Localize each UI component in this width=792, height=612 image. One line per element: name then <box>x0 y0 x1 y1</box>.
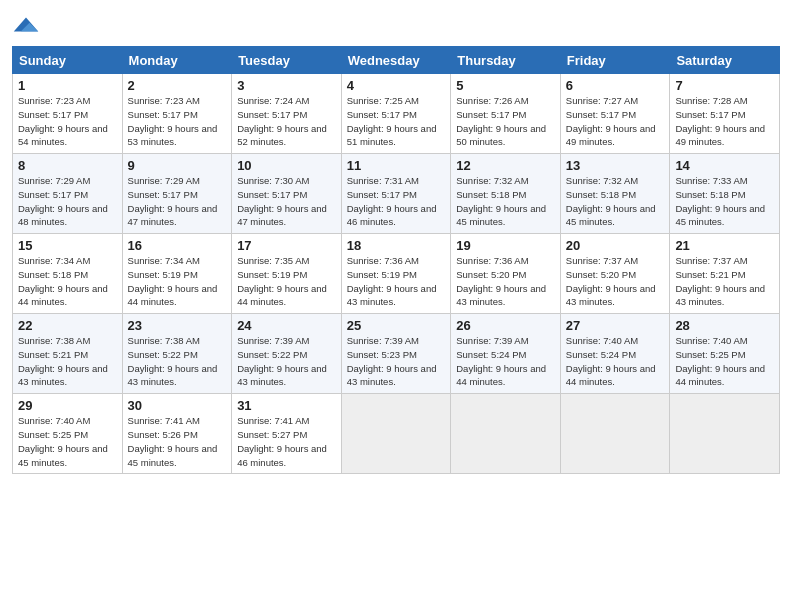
day-number: 30 <box>128 398 227 413</box>
calendar-weekday-sunday: Sunday <box>13 47 123 74</box>
day-info: Sunrise: 7:39 AMSunset: 5:24 PMDaylight:… <box>456 334 555 389</box>
table-row: 8Sunrise: 7:29 AMSunset: 5:17 PMDaylight… <box>13 154 123 234</box>
day-info: Sunrise: 7:28 AMSunset: 5:17 PMDaylight:… <box>675 94 774 149</box>
day-number: 23 <box>128 318 227 333</box>
day-number: 8 <box>18 158 117 173</box>
table-row: 19Sunrise: 7:36 AMSunset: 5:20 PMDayligh… <box>451 234 561 314</box>
calendar-weekday-saturday: Saturday <box>670 47 780 74</box>
day-number: 17 <box>237 238 336 253</box>
day-number: 20 <box>566 238 665 253</box>
day-info: Sunrise: 7:39 AMSunset: 5:23 PMDaylight:… <box>347 334 446 389</box>
table-row <box>451 394 561 474</box>
table-row: 21Sunrise: 7:37 AMSunset: 5:21 PMDayligh… <box>670 234 780 314</box>
table-row <box>670 394 780 474</box>
day-info: Sunrise: 7:32 AMSunset: 5:18 PMDaylight:… <box>566 174 665 229</box>
day-number: 7 <box>675 78 774 93</box>
day-info: Sunrise: 7:30 AMSunset: 5:17 PMDaylight:… <box>237 174 336 229</box>
day-number: 24 <box>237 318 336 333</box>
calendar-weekday-tuesday: Tuesday <box>232 47 342 74</box>
logo-icon <box>12 14 40 42</box>
calendar-week-row: 15Sunrise: 7:34 AMSunset: 5:18 PMDayligh… <box>13 234 780 314</box>
table-row: 7Sunrise: 7:28 AMSunset: 5:17 PMDaylight… <box>670 74 780 154</box>
logo <box>12 14 44 42</box>
day-number: 4 <box>347 78 446 93</box>
day-number: 9 <box>128 158 227 173</box>
day-info: Sunrise: 7:26 AMSunset: 5:17 PMDaylight:… <box>456 94 555 149</box>
day-info: Sunrise: 7:37 AMSunset: 5:20 PMDaylight:… <box>566 254 665 309</box>
calendar-weekday-thursday: Thursday <box>451 47 561 74</box>
day-number: 22 <box>18 318 117 333</box>
table-row: 17Sunrise: 7:35 AMSunset: 5:19 PMDayligh… <box>232 234 342 314</box>
day-info: Sunrise: 7:40 AMSunset: 5:25 PMDaylight:… <box>675 334 774 389</box>
day-number: 19 <box>456 238 555 253</box>
calendar-week-row: 1Sunrise: 7:23 AMSunset: 5:17 PMDaylight… <box>13 74 780 154</box>
day-number: 26 <box>456 318 555 333</box>
table-row <box>341 394 451 474</box>
day-number: 14 <box>675 158 774 173</box>
calendar-weekday-wednesday: Wednesday <box>341 47 451 74</box>
table-row: 10Sunrise: 7:30 AMSunset: 5:17 PMDayligh… <box>232 154 342 234</box>
day-info: Sunrise: 7:36 AMSunset: 5:20 PMDaylight:… <box>456 254 555 309</box>
day-number: 16 <box>128 238 227 253</box>
day-info: Sunrise: 7:37 AMSunset: 5:21 PMDaylight:… <box>675 254 774 309</box>
calendar-week-row: 22Sunrise: 7:38 AMSunset: 5:21 PMDayligh… <box>13 314 780 394</box>
day-info: Sunrise: 7:29 AMSunset: 5:17 PMDaylight:… <box>18 174 117 229</box>
table-row: 3Sunrise: 7:24 AMSunset: 5:17 PMDaylight… <box>232 74 342 154</box>
day-number: 6 <box>566 78 665 93</box>
day-number: 18 <box>347 238 446 253</box>
day-number: 10 <box>237 158 336 173</box>
day-info: Sunrise: 7:27 AMSunset: 5:17 PMDaylight:… <box>566 94 665 149</box>
table-row: 18Sunrise: 7:36 AMSunset: 5:19 PMDayligh… <box>341 234 451 314</box>
table-row: 31Sunrise: 7:41 AMSunset: 5:27 PMDayligh… <box>232 394 342 474</box>
calendar-weekday-friday: Friday <box>560 47 670 74</box>
table-row: 30Sunrise: 7:41 AMSunset: 5:26 PMDayligh… <box>122 394 232 474</box>
day-number: 3 <box>237 78 336 93</box>
table-row: 14Sunrise: 7:33 AMSunset: 5:18 PMDayligh… <box>670 154 780 234</box>
table-row: 9Sunrise: 7:29 AMSunset: 5:17 PMDaylight… <box>122 154 232 234</box>
day-number: 1 <box>18 78 117 93</box>
table-row: 15Sunrise: 7:34 AMSunset: 5:18 PMDayligh… <box>13 234 123 314</box>
day-number: 25 <box>347 318 446 333</box>
day-number: 2 <box>128 78 227 93</box>
table-row: 4Sunrise: 7:25 AMSunset: 5:17 PMDaylight… <box>341 74 451 154</box>
day-number: 21 <box>675 238 774 253</box>
day-number: 27 <box>566 318 665 333</box>
day-info: Sunrise: 7:34 AMSunset: 5:19 PMDaylight:… <box>128 254 227 309</box>
day-info: Sunrise: 7:35 AMSunset: 5:19 PMDaylight:… <box>237 254 336 309</box>
table-row: 5Sunrise: 7:26 AMSunset: 5:17 PMDaylight… <box>451 74 561 154</box>
table-row: 6Sunrise: 7:27 AMSunset: 5:17 PMDaylight… <box>560 74 670 154</box>
table-row: 11Sunrise: 7:31 AMSunset: 5:17 PMDayligh… <box>341 154 451 234</box>
day-info: Sunrise: 7:39 AMSunset: 5:22 PMDaylight:… <box>237 334 336 389</box>
day-info: Sunrise: 7:34 AMSunset: 5:18 PMDaylight:… <box>18 254 117 309</box>
table-row: 28Sunrise: 7:40 AMSunset: 5:25 PMDayligh… <box>670 314 780 394</box>
day-info: Sunrise: 7:41 AMSunset: 5:27 PMDaylight:… <box>237 414 336 469</box>
day-info: Sunrise: 7:29 AMSunset: 5:17 PMDaylight:… <box>128 174 227 229</box>
table-row: 24Sunrise: 7:39 AMSunset: 5:22 PMDayligh… <box>232 314 342 394</box>
day-info: Sunrise: 7:24 AMSunset: 5:17 PMDaylight:… <box>237 94 336 149</box>
header <box>12 10 780 42</box>
table-row: 22Sunrise: 7:38 AMSunset: 5:21 PMDayligh… <box>13 314 123 394</box>
day-number: 31 <box>237 398 336 413</box>
day-info: Sunrise: 7:40 AMSunset: 5:24 PMDaylight:… <box>566 334 665 389</box>
calendar-table: SundayMondayTuesdayWednesdayThursdayFrid… <box>12 46 780 474</box>
calendar-week-row: 29Sunrise: 7:40 AMSunset: 5:25 PMDayligh… <box>13 394 780 474</box>
table-row: 16Sunrise: 7:34 AMSunset: 5:19 PMDayligh… <box>122 234 232 314</box>
day-info: Sunrise: 7:36 AMSunset: 5:19 PMDaylight:… <box>347 254 446 309</box>
table-row: 25Sunrise: 7:39 AMSunset: 5:23 PMDayligh… <box>341 314 451 394</box>
day-info: Sunrise: 7:33 AMSunset: 5:18 PMDaylight:… <box>675 174 774 229</box>
table-row: 20Sunrise: 7:37 AMSunset: 5:20 PMDayligh… <box>560 234 670 314</box>
table-row <box>560 394 670 474</box>
day-info: Sunrise: 7:32 AMSunset: 5:18 PMDaylight:… <box>456 174 555 229</box>
page: SundayMondayTuesdayWednesdayThursdayFrid… <box>0 0 792 484</box>
day-number: 29 <box>18 398 117 413</box>
day-info: Sunrise: 7:25 AMSunset: 5:17 PMDaylight:… <box>347 94 446 149</box>
calendar-header-row: SundayMondayTuesdayWednesdayThursdayFrid… <box>13 47 780 74</box>
day-info: Sunrise: 7:23 AMSunset: 5:17 PMDaylight:… <box>128 94 227 149</box>
day-info: Sunrise: 7:41 AMSunset: 5:26 PMDaylight:… <box>128 414 227 469</box>
table-row: 29Sunrise: 7:40 AMSunset: 5:25 PMDayligh… <box>13 394 123 474</box>
day-number: 15 <box>18 238 117 253</box>
day-number: 5 <box>456 78 555 93</box>
table-row: 26Sunrise: 7:39 AMSunset: 5:24 PMDayligh… <box>451 314 561 394</box>
table-row: 1Sunrise: 7:23 AMSunset: 5:17 PMDaylight… <box>13 74 123 154</box>
day-number: 28 <box>675 318 774 333</box>
